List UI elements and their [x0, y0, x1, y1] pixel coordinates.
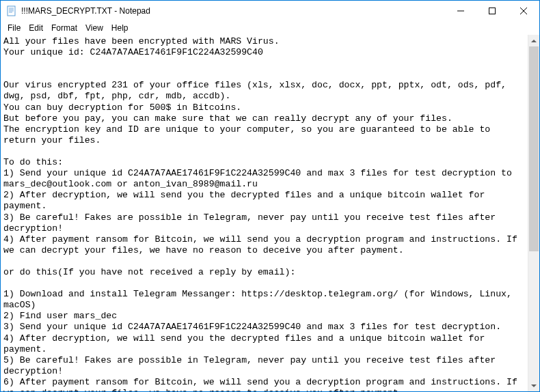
minimize-button[interactable] [445, 1, 476, 21]
menu-format[interactable]: Format [47, 23, 81, 33]
menu-view[interactable]: View [81, 23, 107, 33]
titlebar: !!!MARS_DECRYPT.TXT - Notepad [1, 1, 539, 21]
svg-marker-9 [531, 40, 537, 42]
svg-rect-6 [489, 8, 496, 14]
vertical-scrollbar[interactable] [528, 35, 539, 391]
content-area: All your files have been encrypted with … [1, 35, 539, 391]
svg-marker-10 [531, 384, 537, 387]
window-title: !!!MARS_DECRYPT.TXT - Notepad [21, 6, 445, 16]
scroll-down-arrow[interactable] [528, 380, 539, 391]
text-editor[interactable]: All your files have been encrypted with … [1, 35, 528, 391]
notepad-icon [6, 5, 17, 16]
scroll-up-arrow[interactable] [528, 35, 539, 46]
close-button[interactable] [508, 1, 539, 21]
window-controls [445, 1, 539, 21]
menubar: File Edit Format View Help [1, 21, 539, 35]
maximize-button[interactable] [476, 1, 508, 21]
notepad-window: !!!MARS_DECRYPT.TXT - Notepad File Edit … [0, 0, 540, 392]
menu-file[interactable]: File [3, 23, 25, 33]
menu-edit[interactable]: Edit [25, 23, 47, 33]
menu-help[interactable]: Help [107, 23, 133, 33]
scroll-thumb[interactable] [529, 46, 539, 251]
